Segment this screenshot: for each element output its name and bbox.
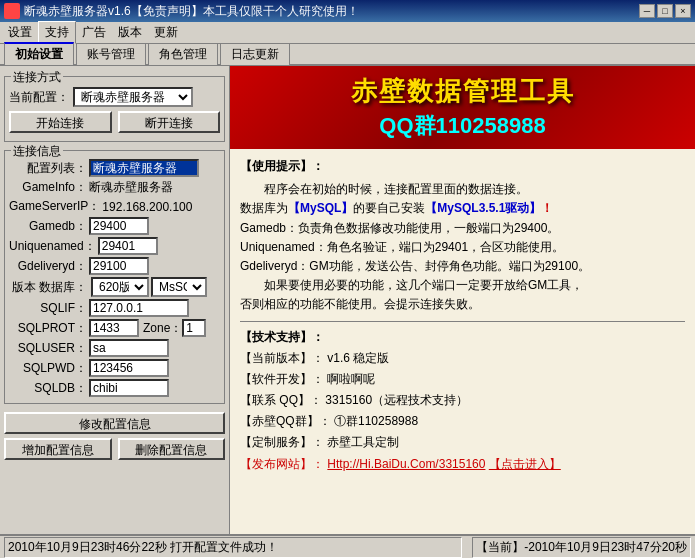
close-button[interactable]: × (675, 4, 691, 18)
sqlport-field[interactable] (89, 319, 139, 337)
tip-line-4: Uniquenamed：角色名验证，端口为29401，合区功能使用。 (240, 238, 685, 257)
sqldb-field[interactable] (89, 379, 169, 397)
gameserverip-value: 192.168.200.100 (102, 200, 192, 214)
tip-line-7: 否则相应的功能不能使用。会提示连接失败。 (240, 295, 685, 314)
status-right: 【当前】-2010年10月9日23时47分20秒 (472, 537, 691, 558)
gameserverip-label: GameServerIP： (9, 198, 100, 215)
sqlpwd-field[interactable] (89, 359, 169, 377)
connection-info-title: 连接信息 (11, 143, 63, 160)
db-type-select[interactable]: MsSQL库 (151, 277, 207, 297)
support-chibi-qq-row: 【赤壁QQ群】： ①群110258988 (240, 412, 685, 431)
support-version-row: 【当前版本】： v1.6 稳定版 (240, 349, 685, 368)
sqluser-label: SQLUSER： (9, 340, 87, 357)
tab-account-management[interactable]: 账号管理 (76, 43, 146, 65)
title-bar-left: 断魂赤壁服务器v1.6【免责声明】本工具仅限干个人研究使用！ (4, 3, 359, 20)
version-select[interactable]: 620版本 (91, 277, 149, 297)
version-db-row: 版本 数据库： 620版本 MsSQL库 (9, 277, 220, 297)
right-panel: 赤壁数据管理工具 QQ群110258988 【使用提示】： 程序会在初始的时候，… (230, 66, 695, 534)
current-config-row: 当前配置： 断魂赤壁服务器 (9, 87, 220, 107)
config-list-field[interactable] (89, 159, 199, 177)
tip-mysql-driver: 【MySQL3.5.1驱动】 (425, 201, 541, 215)
uniquenamed-row: Uniquenamed： (9, 237, 220, 255)
uniquenamed-field[interactable] (98, 237, 158, 255)
support-website-label: 【发布网站】： (240, 457, 324, 471)
app-icon (4, 3, 20, 19)
add-delete-row: 增加配置信息 删除配置信息 (4, 438, 225, 460)
support-title: 【技术支持】： (240, 328, 685, 347)
tip-line-6: 如果要使用必要的功能，这几个端口一定要开放给GM工具， (240, 276, 685, 295)
support-dev-row: 【软件开发】： 啊啦啊呢 (240, 370, 685, 389)
right-content: 【使用提示】： 程序会在初始的时候，连接配置里面的数据连接。 数据库为【MySQ… (230, 149, 695, 534)
support-qq-label: 【联系 QQ】： (240, 393, 322, 407)
maximize-button[interactable]: □ (657, 4, 673, 18)
status-left: 2010年10月9日23时46分22秒 打开配置文件成功！ (4, 537, 462, 558)
modify-config-button[interactable]: 修改配置信息 (4, 412, 225, 434)
connection-info-group: 连接信息 配置列表： GameInfo： 断魂赤壁服务器 GameServerI… (4, 150, 225, 404)
tab-log-update[interactable]: 日志更新 (220, 43, 290, 65)
sqluser-row: SQLUSER： (9, 339, 220, 357)
support-version-label: 【当前版本】： (240, 351, 324, 365)
tab-role-management[interactable]: 角色管理 (148, 43, 218, 65)
delete-config-button[interactable]: 删除配置信息 (118, 438, 226, 460)
tab-bar: 初始设置 账号管理 角色管理 日志更新 (0, 44, 695, 66)
support-qq-row: 【联系 QQ】： 3315160（远程技术支持） (240, 391, 685, 410)
start-connect-button[interactable]: 开始连接 (9, 111, 112, 133)
support-website-row: 【发布网站】： Http://Hi.BaiDu.Com/3315160 【点击进… (240, 455, 685, 474)
banner-qq: QQ群110258988 (246, 111, 679, 141)
tip-mysql-text2: 的要自己安装 (353, 201, 425, 215)
connect-method-group: 连接方式 当前配置： 断魂赤壁服务器 开始连接 断开连接 (4, 76, 225, 142)
main-content: 连接方式 当前配置： 断魂赤壁服务器 开始连接 断开连接 连接信息 配置列表： … (0, 66, 695, 534)
config-buttons: 修改配置信息 增加配置信息 删除配置信息 (4, 412, 225, 460)
support-dev-label: 【软件开发】： (240, 372, 324, 386)
tips-title: 【使用提示】： (240, 157, 685, 176)
divider (240, 321, 685, 322)
support-website-link[interactable]: 【点击进入】 (489, 457, 561, 471)
gameinfo-row: GameInfo： 断魂赤壁服务器 (9, 179, 220, 196)
sqlif-field[interactable] (89, 299, 189, 317)
gamedb-field[interactable] (89, 217, 149, 235)
sqlport-label: SQLPROT： (9, 320, 87, 337)
version-label: 版本 数据库： (9, 279, 87, 296)
sqldb-row: SQLDB： (9, 379, 220, 397)
tip-line-3: Gamedb：负责角色数据修改功能使用，一般端口为29400。 (240, 219, 685, 238)
sqlpwd-label: SQLPWD： (9, 360, 87, 377)
menu-support[interactable]: 支持 (38, 21, 76, 44)
tip-mysql-text: 数据库为 (240, 201, 288, 215)
tip-mysql-highlight: 【MySQL】 (288, 201, 353, 215)
gdeliveryd-label: Gdeliveryd： (9, 258, 87, 275)
gdeliveryd-field[interactable] (89, 257, 149, 275)
config-list-row: 配置列表： (9, 159, 220, 177)
support-custom-row: 【定制服务】： 赤壁工具定制 (240, 433, 685, 452)
gameserverip-row: GameServerIP： 192.168.200.100 (9, 198, 220, 215)
stop-connect-button[interactable]: 断开连接 (118, 111, 221, 133)
minimize-button[interactable]: ─ (639, 4, 655, 18)
menu-version[interactable]: 版本 (112, 22, 148, 43)
tip-line-5: Gdeliveryd：GM功能，发送公告、封停角色功能。端口为29100。 (240, 257, 685, 276)
config-list-label: 配置列表： (9, 160, 87, 177)
sqlif-row: SQLIF： (9, 299, 220, 317)
menu-update[interactable]: 更新 (148, 22, 184, 43)
sqlif-label: SQLIF： (9, 300, 87, 317)
tip-line-2: 数据库为【MySQL】的要自己安装【MySQL3.5.1驱动】！ (240, 199, 685, 218)
menu-bar: 设置 支持 广告 版本 更新 (0, 22, 695, 44)
sqlpwd-row: SQLPWD： (9, 359, 220, 377)
gamedb-row: Gamedb： (9, 217, 220, 235)
gdeliveryd-row: Gdeliveryd： (9, 257, 220, 275)
add-config-button[interactable]: 增加配置信息 (4, 438, 112, 460)
current-config-label: 当前配置： (9, 89, 69, 106)
sqluser-field[interactable] (89, 339, 169, 357)
gameinfo-value: 断魂赤壁服务器 (89, 179, 173, 196)
menu-ads[interactable]: 广告 (76, 22, 112, 43)
support-website-url[interactable]: Http://Hi.BaiDu.Com/3315160 (327, 457, 485, 471)
status-bar: 2010年10月9日23时46分22秒 打开配置文件成功！ 【当前】-2010年… (0, 534, 695, 558)
sqldb-label: SQLDB： (9, 380, 87, 397)
menu-settings[interactable]: 设置 (2, 22, 38, 43)
config-select[interactable]: 断魂赤壁服务器 (73, 87, 193, 107)
zone-field[interactable] (182, 319, 206, 337)
tip-line-1: 程序会在初始的时候，连接配置里面的数据连接。 (240, 180, 685, 199)
tip-exclaim: ！ (541, 201, 553, 215)
tab-initial-settings[interactable]: 初始设置 (4, 42, 74, 65)
connect-method-title: 连接方式 (11, 69, 63, 86)
title-bar: 断魂赤壁服务器v1.6【免责声明】本工具仅限干个人研究使用！ ─ □ × (0, 0, 695, 22)
connect-buttons: 开始连接 断开连接 (9, 111, 220, 133)
